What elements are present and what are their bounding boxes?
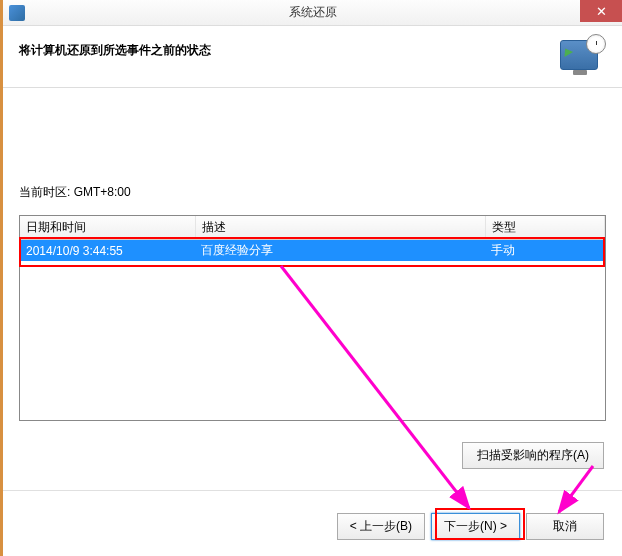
next-button[interactable]: 下一步(N) > xyxy=(431,513,520,540)
timezone-label: 当前时区: GMT+8:00 xyxy=(19,184,606,201)
restore-points-table[interactable]: 日期和时间 描述 类型 2014/10/9 3:44:55 百度经验分享 手动 xyxy=(19,215,606,421)
cell-type: 手动 xyxy=(485,240,605,262)
cell-date: 2014/10/9 3:44:55 xyxy=(20,240,195,262)
restore-icon xyxy=(560,40,602,82)
divider xyxy=(3,490,622,491)
window-title: 系统还原 xyxy=(289,4,337,21)
close-button[interactable]: ✕ xyxy=(580,0,622,22)
titlebar: 系统还原 ✕ xyxy=(3,0,622,26)
cell-desc: 百度经验分享 xyxy=(195,240,485,262)
col-header-date[interactable]: 日期和时间 xyxy=(20,216,195,240)
col-header-type[interactable]: 类型 xyxy=(485,216,605,240)
svg-line-1 xyxy=(559,466,593,512)
scan-affected-button[interactable]: 扫描受影响的程序(A) xyxy=(462,442,604,469)
col-header-desc[interactable]: 描述 xyxy=(195,216,485,240)
header: 将计算机还原到所选事件之前的状态 xyxy=(3,26,622,88)
page-heading: 将计算机还原到所选事件之前的状态 xyxy=(19,42,211,59)
content-area: 当前时区: GMT+8:00 日期和时间 描述 类型 2014/10/9 3:4… xyxy=(3,184,622,421)
app-icon xyxy=(9,5,25,21)
back-button[interactable]: < 上一步(B) xyxy=(337,513,425,540)
system-restore-window: 系统还原 ✕ 将计算机还原到所选事件之前的状态 当前时区: GMT+8:00 日… xyxy=(0,0,622,556)
wizard-footer: < 上一步(B) 下一步(N) > 取消 xyxy=(337,513,604,540)
cancel-button[interactable]: 取消 xyxy=(526,513,604,540)
table-row[interactable]: 2014/10/9 3:44:55 百度经验分享 手动 xyxy=(20,240,605,262)
